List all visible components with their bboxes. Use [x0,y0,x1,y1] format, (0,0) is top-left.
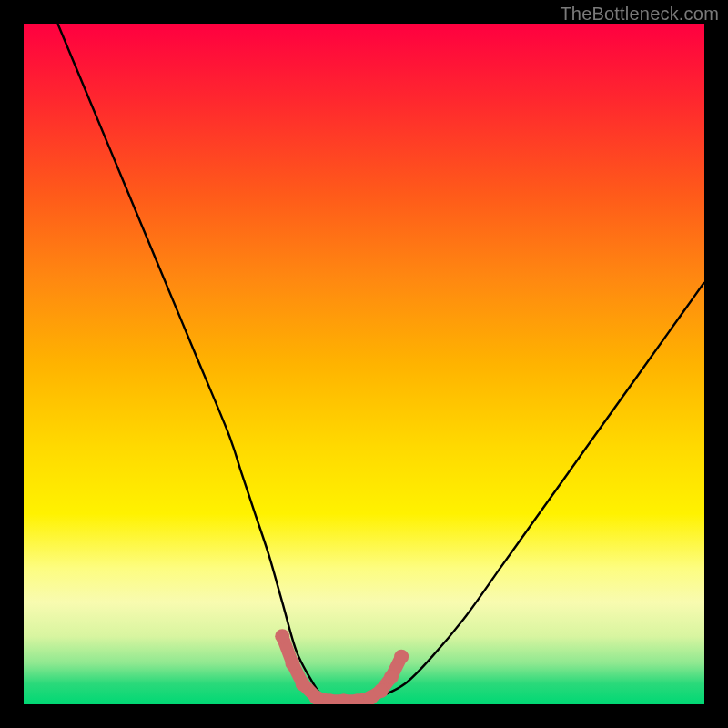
chart-svg [24,24,704,704]
optimal-marker-dot [384,670,399,684]
optimal-marker-dot [309,691,324,704]
optimal-marker-dot [394,650,409,664]
plot-area [24,24,704,704]
bottleneck-curve-path [57,24,704,704]
optimal-marker-dot [285,656,299,671]
watermark-text: TheBottleneck.com [560,4,719,25]
optimal-marker-dot [296,677,310,692]
optimal-marker-dot [275,629,289,643]
chart-frame: TheBottleneck.com [0,0,728,728]
optimal-marker-dot [374,683,389,698]
